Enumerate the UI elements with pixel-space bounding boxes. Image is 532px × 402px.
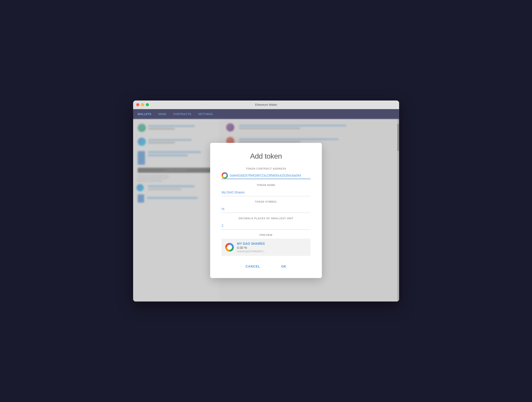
close-button[interactable] (136, 103, 139, 106)
nav-settings[interactable]: SETTINGS (198, 113, 213, 116)
minimize-button[interactable] (141, 103, 144, 106)
ok-button[interactable]: OK (278, 263, 290, 270)
traffic-lights (136, 103, 149, 106)
nav-contracts[interactable]: CONTRACTS (173, 113, 191, 116)
preview-amount: 0.00 % (237, 246, 307, 250)
token-symbol-input[interactable] (222, 206, 310, 212)
window-title: Ethereum Wallet (255, 103, 277, 107)
nav-wallets[interactable]: WALLETS (138, 113, 152, 116)
contract-address-label: TOKEN CONTRACT ADDRESS (222, 167, 310, 170)
contract-address-input[interactable] (230, 172, 310, 179)
contract-address-wrapper (222, 172, 310, 179)
token-name-wrapper (222, 189, 310, 196)
preview-token-name: MY DAO SHARES (237, 242, 307, 245)
add-token-modal: Add token TOKEN CONTRACT ADDRESS TOKEN N… (210, 143, 322, 278)
maximize-button[interactable] (146, 103, 149, 106)
title-bar: Ethereum Wallet (133, 100, 399, 109)
token-name-input[interactable] (222, 190, 310, 195)
preview-label: PREVIEW (222, 234, 310, 236)
modal-overlay: Add token TOKEN CONTRACT ADDRESS TOKEN N… (133, 119, 399, 302)
cancel-button[interactable]: CANCEL (242, 263, 264, 270)
decimals-wrapper (222, 222, 310, 229)
preview-card: MY DAO SHARES 0.00 % 0x8e92dd257f94f2887… (222, 239, 310, 256)
token-symbol-wrapper (222, 205, 310, 213)
modal-actions: CANCEL OK (222, 263, 310, 270)
token-symbol-label: TOKEN SYMBOL (222, 200, 310, 203)
preview-info: MY DAO SHARES 0.00 % 0x8e92dd257f94f2887… (237, 242, 307, 253)
app-window: Ethereum Wallet WALLETS SEND CONTRACTS S… (133, 100, 399, 302)
token-name-label: TOKEN NAME (222, 184, 310, 186)
decimals-label: DECIMALS PLACES OF SMALLEST UNIT (222, 217, 310, 220)
decimals-input[interactable] (222, 223, 310, 228)
preview-token-icon (225, 243, 234, 251)
main-content: WALLETS SEND CONTRACTS SETTINGS (133, 109, 399, 302)
modal-title: Add token (222, 152, 310, 160)
contract-address-icon (222, 172, 228, 179)
nav-bar: WALLETS SEND CONTRACTS SETTINGS (133, 109, 399, 119)
preview-address: 0x8e92dd257f94f28872... (237, 250, 307, 253)
nav-send[interactable]: SEND (158, 113, 166, 116)
